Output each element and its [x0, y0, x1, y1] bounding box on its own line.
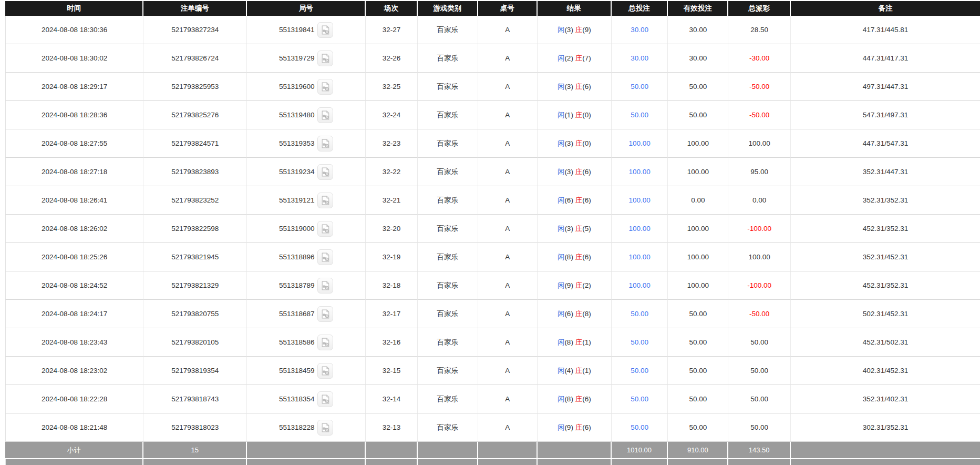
total-bet-link[interactable]: 50.00 — [631, 367, 648, 375]
video-replay-button[interactable] — [317, 164, 333, 180]
video-file-icon — [320, 309, 331, 319]
total-bet-link[interactable]: 30.00 — [631, 54, 648, 62]
video-replay-button[interactable] — [317, 306, 333, 322]
cell-session: 32-26 — [366, 44, 417, 73]
cell-game-type: 百家乐 — [418, 73, 478, 101]
video-file-icon — [320, 366, 331, 376]
cell-order-no: 521793821329 — [143, 271, 247, 300]
video-file-icon — [320, 337, 331, 348]
round-number: 551318586 — [279, 338, 315, 346]
cell-total-bet: 50.00 — [612, 101, 668, 129]
table-row: 2024-08-08 18:25:26 521793821945 5513188… — [5, 243, 980, 271]
video-replay-button[interactable] — [317, 335, 333, 350]
video-replay-button[interactable] — [317, 391, 333, 407]
video-file-icon — [320, 167, 331, 177]
banker-result-score: (1) — [582, 338, 591, 346]
col-header-remark: 备注 — [791, 1, 980, 16]
video-replay-button[interactable] — [317, 193, 333, 208]
video-file-icon — [320, 252, 331, 262]
total-bet-link[interactable]: 100.00 — [628, 196, 650, 204]
player-result-score: (8) — [564, 338, 573, 346]
cell-table-no: A — [478, 413, 538, 442]
total-bet-link[interactable]: 50.00 — [631, 111, 648, 119]
cell-round-no: 551318789 — [247, 271, 366, 300]
cell-time: 2024-08-08 18:27:55 — [5, 129, 143, 158]
video-replay-button[interactable] — [317, 22, 333, 38]
cell-total-bet: 50.00 — [612, 73, 668, 101]
cell-game-type: 百家乐 — [418, 101, 478, 129]
bet-history-table-wrap: 时间 注单编号 局号 场次 游戏类别 桌号 结果 总投注 有效投注 总派彩 备注… — [5, 1, 980, 465]
player-result-score: (9) — [564, 423, 573, 431]
total-bet-link[interactable]: 50.00 — [631, 338, 648, 346]
col-header-time: 时间 — [5, 1, 143, 16]
cell-table-no: A — [478, 300, 538, 328]
cell-table-no: A — [478, 73, 538, 101]
cell-session: 32-17 — [366, 300, 417, 328]
video-replay-button[interactable] — [317, 221, 333, 237]
cell-order-no: 521793822598 — [143, 215, 247, 243]
cell-table-no: A — [478, 385, 538, 413]
cell-session: 32-19 — [366, 243, 417, 271]
video-replay-button[interactable] — [317, 420, 333, 436]
total-row-partially-visible — [5, 459, 980, 465]
cell-time: 2024-08-08 18:25:26 — [5, 243, 143, 271]
video-replay-button[interactable] — [317, 136, 333, 151]
video-replay-button[interactable] — [317, 278, 333, 294]
cell-payout: 100.00 — [728, 243, 791, 271]
banker-result-label: 庄 — [575, 139, 583, 147]
cell-result: 闲(9) 庄(2) — [538, 271, 612, 300]
col-header-round-no: 局号 — [247, 1, 366, 16]
cell-valid-bet: 50.00 — [668, 413, 728, 442]
bet-history-table: 时间 注单编号 局号 场次 游戏类别 桌号 结果 总投注 有效投注 总派彩 备注… — [5, 1, 980, 465]
total-bet-link[interactable]: 50.00 — [631, 423, 648, 431]
player-result-score: (3) — [564, 139, 573, 147]
cell-valid-bet: 100.00 — [668, 271, 728, 300]
player-result-label: 闲 — [558, 139, 565, 147]
video-replay-button[interactable] — [317, 50, 333, 66]
video-replay-button[interactable] — [317, 79, 333, 95]
cell-order-no: 521793818023 — [143, 413, 247, 442]
cell-total-bet: 30.00 — [612, 44, 668, 73]
video-replay-button[interactable] — [317, 363, 333, 379]
video-file-icon — [320, 195, 331, 206]
player-result-label: 闲 — [558, 253, 565, 261]
total-bet-link[interactable]: 100.00 — [628, 168, 650, 176]
cell-order-no: 521793820105 — [143, 328, 247, 357]
cell-remark: 447.31/547.31 — [791, 129, 980, 158]
total-bet-link[interactable]: 50.00 — [631, 83, 648, 90]
total-bet-link[interactable]: 100.00 — [628, 253, 650, 261]
total-bet-link[interactable]: 100.00 — [628, 225, 650, 232]
cell-table-no: A — [478, 16, 538, 44]
video-replay-button[interactable] — [317, 107, 333, 123]
table-row: 2024-08-08 18:21:48 521793818023 5513182… — [5, 413, 980, 442]
video-file-icon — [320, 224, 331, 234]
banker-result-label: 庄 — [575, 423, 583, 431]
cell-table-no: A — [478, 271, 538, 300]
round-number: 551318789 — [279, 281, 315, 289]
cell-game-type: 百家乐 — [418, 271, 478, 300]
cell-time: 2024-08-08 18:24:17 — [5, 300, 143, 328]
cell-time: 2024-08-08 18:24:52 — [5, 271, 143, 300]
cell-remark: 497.31/447.31 — [791, 73, 980, 101]
total-bet-link[interactable]: 100.00 — [628, 281, 650, 289]
total-bet-link[interactable]: 30.00 — [631, 26, 648, 34]
total-bet-link[interactable]: 100.00 — [628, 139, 650, 147]
cell-time: 2024-08-08 18:29:17 — [5, 73, 143, 101]
banker-result-score: (0) — [582, 139, 591, 147]
round-number: 551318687 — [279, 310, 315, 318]
banker-result-score: (7) — [582, 54, 591, 62]
cell-total-bet: 50.00 — [612, 328, 668, 357]
cell-table-no: A — [478, 357, 538, 385]
round-number: 551318354 — [279, 395, 315, 403]
total-bet-link[interactable]: 50.00 — [631, 395, 648, 403]
player-result-label: 闲 — [558, 111, 565, 119]
video-replay-button[interactable] — [317, 249, 333, 265]
cell-remark: 352.31/447.31 — [791, 158, 980, 186]
cell-remark: 417.31/445.81 — [791, 16, 980, 44]
subtotal-empty-session — [366, 442, 417, 459]
table-row: 2024-08-08 18:27:55 521793824571 5513193… — [5, 129, 980, 158]
total-bet-link[interactable]: 50.00 — [631, 310, 648, 318]
cell-valid-bet: 30.00 — [668, 16, 728, 44]
col-header-game-type: 游戏类别 — [418, 1, 478, 16]
table-row: 2024-08-08 18:23:02 521793819354 5513184… — [5, 357, 980, 385]
